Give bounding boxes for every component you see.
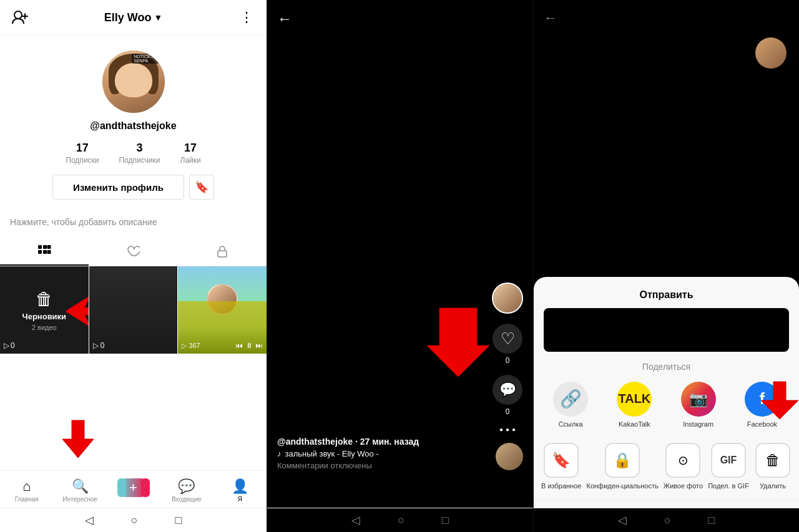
android-home-1[interactable]: ○ [131, 514, 138, 527]
like-count: 0 [506, 356, 510, 365]
add-user-icon[interactable] [10, 7, 30, 27]
comments-disabled-label: Комментарии отключены [277, 461, 483, 470]
video-info: @andthatsthejoke · 27 мин. назад ♪ зальн… [277, 437, 483, 470]
livephoto-icon: ⊙ [665, 443, 700, 478]
red-arrow-drafts [53, 293, 89, 330]
badge-overlay: NOTICE MC.SENPA [132, 54, 161, 64]
share-favorite-button[interactable]: 🔖 В избранное [541, 443, 581, 490]
android-home-3[interactable]: ○ [664, 514, 671, 527]
nav-create[interactable]: + [107, 476, 160, 505]
tab-liked[interactable] [89, 237, 177, 266]
nav-me[interactable]: 👤 Я [213, 476, 267, 505]
followers-label: Подписчики [119, 156, 160, 165]
share-livephoto-button[interactable]: ⊙ Живое фото [664, 443, 703, 490]
kakao-label: KakaoTalk [619, 420, 650, 428]
nav-discover[interactable]: 🔍 Интересное [53, 476, 106, 505]
sound-text: зальный звук - Elly Woo - [285, 449, 379, 458]
play-count-overlay-3: ▷ 367 [182, 342, 200, 350]
dropdown-icon[interactable]: ▼ [154, 12, 162, 22]
followers-stat[interactable]: 3 Подписчики [119, 142, 160, 165]
grid-play-count-1: ▷ 0 [4, 341, 15, 350]
share-back-button[interactable]: ← [544, 10, 557, 26]
create-icon[interactable]: + [121, 478, 146, 497]
profile-panel: Elly Woo ▼ ⋮ NOTICE MC.SENPA @andthatsth… [0, 0, 267, 532]
android-back-3[interactable]: ◁ [618, 513, 627, 527]
play-count-3: 367 [189, 342, 200, 349]
bottom-nav: ⌂ Главная 🔍 Интересное + 💬 Входящие 👤 Я [0, 470, 267, 508]
discover-label: Интересное [62, 496, 97, 503]
share-gif-button[interactable]: GIF Подел. в GIF [708, 443, 749, 490]
more-options-icon[interactable]: ⋮ [237, 7, 257, 27]
svg-marker-10 [427, 308, 489, 377]
share-kakao-button[interactable]: TALK KakaoTalk [617, 382, 652, 428]
play-icon-3: ▷ [182, 342, 187, 350]
edit-profile-button[interactable]: Изменить профиль [52, 175, 184, 200]
android-recent-3[interactable]: □ [708, 514, 715, 527]
likes-stat[interactable]: 17 Лайки [180, 142, 201, 165]
svg-point-0 [14, 11, 22, 19]
video-panel: ← ♡ 0 💬 0 ● ● ● [267, 0, 533, 532]
followers-count: 3 [136, 142, 142, 155]
red-arrow-grid-bottom [53, 414, 109, 464]
profile-username: @andthatsthejoke [90, 120, 176, 132]
share-button[interactable]: ● ● ● [499, 426, 516, 433]
video-username: @andthatsthejoke · 27 мин. назад [277, 437, 483, 447]
share-top-avatar [755, 37, 787, 69]
video-creator-avatar[interactable] [492, 283, 523, 314]
profile-video-grid: 🗑 Черновики 2 видео ▷ 0 ▷ 0 [0, 266, 267, 470]
share-link-button[interactable]: 🔗 Ссылка [553, 382, 588, 428]
inbox-icon: 💬 [178, 478, 195, 495]
nav-home[interactable]: ⌂ Главная [0, 476, 53, 505]
profile-buttons: Изменить профиль 🔖 [52, 175, 214, 200]
favorite-label: В избранное [541, 481, 581, 490]
comment-button[interactable]: 💬 0 [493, 375, 522, 416]
share-section-label: Поделиться [534, 362, 799, 372]
red-arrow-video [421, 302, 496, 383]
share-privacy-button[interactable]: 🔒 Конфиден-циальность [586, 443, 658, 490]
svg-rect-4 [38, 250, 42, 254]
share-sheet: Отправить Поделиться 🔗 Ссылка TALK Kakao… [534, 277, 799, 532]
obscured-content [544, 308, 789, 352]
pause-icon: ⏸ [245, 341, 253, 350]
android-recent-1[interactable]: □ [175, 514, 182, 527]
android-home-2[interactable]: ○ [398, 514, 404, 527]
android-back-1[interactable]: ◁ [85, 513, 94, 527]
bookmark-button[interactable]: 🔖 [189, 175, 214, 200]
avatar[interactable]: NOTICE MC.SENPA [102, 51, 165, 113]
privacy-label: Конфиден-циальность [586, 481, 658, 490]
video-grid-item-3[interactable]: ▷ 367 ⏮ ⏸ ⏭ [178, 266, 267, 354]
following-count: 17 [76, 142, 89, 155]
tab-private[interactable] [178, 237, 267, 266]
facebook-label: Facebook [747, 420, 777, 428]
svg-rect-5 [43, 250, 47, 254]
privacy-icon: 🔒 [605, 443, 640, 478]
android-recent-2[interactable]: □ [442, 514, 449, 527]
android-back-2[interactable]: ◁ [351, 513, 360, 527]
profile-stats: 17 Подписки 3 Подписчики 17 Лайки [66, 142, 200, 165]
link-icon: 🔗 [553, 382, 588, 417]
rewind-icon: ⏮ [235, 341, 243, 350]
svg-rect-3 [47, 245, 51, 249]
video-grid-item-2[interactable]: ▷ 0 [89, 266, 178, 354]
video-back-button[interactable]: ← [277, 10, 292, 27]
profile-bio[interactable]: Нажмите, чтобы добавить описание [0, 217, 267, 227]
discover-icon: 🔍 [72, 478, 89, 495]
like-button[interactable]: ♡ 0 [493, 324, 522, 365]
nav-inbox[interactable]: 💬 Входящие [160, 476, 213, 505]
svg-rect-6 [47, 250, 51, 254]
profile-title: Elly Woo [104, 11, 152, 24]
video-bottom-avatar[interactable] [496, 443, 523, 470]
video-controls-icons: ⏮ ⏸ ⏭ [235, 341, 263, 350]
tab-videos[interactable] [0, 237, 89, 266]
comment-icon: 💬 [493, 375, 522, 405]
me-label: Я [238, 496, 242, 503]
svg-marker-9 [62, 420, 94, 458]
share-delete-button[interactable]: 🗑 Удалить [754, 443, 792, 490]
drafts-grid-item[interactable]: 🗑 Черновики 2 видео ▷ 0 [0, 266, 89, 354]
share-facebook-button[interactable]: f Facebook [745, 382, 780, 428]
following-stat[interactable]: 17 Подписки [66, 142, 99, 165]
share-instagram-button[interactable]: 📷 Instagram [681, 382, 716, 428]
gif-label: Подел. в GIF [708, 481, 749, 490]
grid-play-count-2: ▷ 0 [93, 341, 105, 350]
home-icon: ⌂ [22, 478, 31, 495]
